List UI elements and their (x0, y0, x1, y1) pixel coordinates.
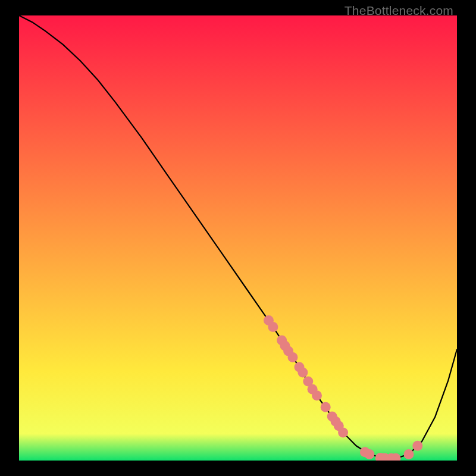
plot-frame (19, 15, 457, 461)
data-marker (321, 402, 331, 412)
data-marker (312, 390, 322, 400)
watermark-text: TheBottleneck.com (345, 4, 453, 18)
data-marker (268, 322, 278, 332)
data-marker (298, 367, 308, 377)
data-marker (338, 427, 348, 437)
gradient-background (19, 15, 457, 461)
data-marker (404, 449, 414, 459)
data-marker (364, 449, 374, 459)
data-marker (412, 441, 422, 451)
data-marker (288, 352, 298, 362)
chart-svg (19, 15, 457, 461)
